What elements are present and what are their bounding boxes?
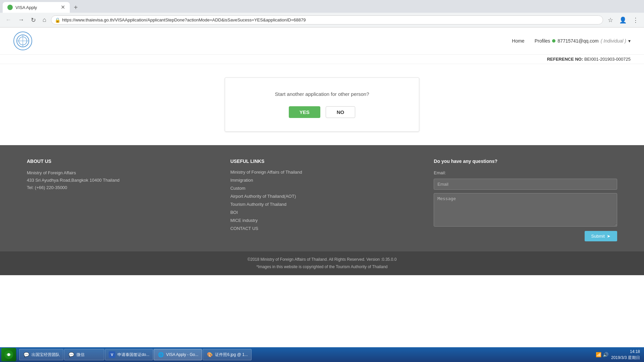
footer-email-label: Email: <box>434 169 617 177</box>
back-button[interactable]: ← <box>3 15 13 25</box>
taskbar-item-label: VISA Apply - Go... <box>166 352 198 357</box>
link-boi[interactable]: BOI <box>230 210 238 215</box>
footer-links-col: USEFUL LINKS Ministry of Foreign Affairs… <box>230 159 414 241</box>
forward-button[interactable]: → <box>16 15 26 25</box>
list-item: Custom <box>230 185 414 191</box>
page-header: Home Profiles 87715741@qq.com ( Individu… <box>0 27 644 55</box>
user-type: ( Individual ) <box>601 38 626 44</box>
menu-button[interactable]: ⋮ <box>631 15 641 25</box>
footer-address-line2: 433 Sri Ayudhya Road,Bangkok 10400 Thail… <box>27 178 119 183</box>
header-nav: Home Profiles 87715741@qq.com ( Individu… <box>512 38 631 44</box>
link-custom[interactable]: Custom <box>230 186 246 191</box>
link-aot[interactable]: Airport Authority of Thailand(AOT) <box>230 194 296 199</box>
list-item: CONTACT US <box>230 226 414 231</box>
profile-chevron[interactable]: ▾ <box>628 38 631 44</box>
bookmark-button[interactable]: ☆ <box>606 15 615 25</box>
footer-message-textarea[interactable] <box>434 193 617 227</box>
home-button[interactable]: ⌂ <box>41 15 48 25</box>
list-item: Airport Authority of Thailand(AOT) <box>230 193 414 199</box>
taskbar-item-icon: 🌐 <box>157 351 164 358</box>
dialog-box: Start another application for other pers… <box>225 77 419 132</box>
new-tab-button[interactable]: + <box>71 3 80 12</box>
footer-links-heading: USEFUL LINKS <box>230 159 414 164</box>
address-bar[interactable]: 🔒 https://www.thaievisa.go.th/VISAApplic… <box>51 15 603 24</box>
main-content: Start another application for other pers… <box>0 64 644 145</box>
send-icon: ➤ <box>607 234 610 239</box>
footer-submit-button[interactable]: Submit ➤ <box>585 231 617 241</box>
taskbar-system-icons: 📶 🔊 <box>596 352 608 357</box>
taskbar-item-photoshop[interactable]: 🎨 证件照6.jpg @ 1... <box>203 349 252 360</box>
taskbar-item-icon: 💬 <box>23 351 30 358</box>
network-icon: 📶 <box>596 352 601 357</box>
reload-button[interactable]: ↻ <box>29 15 38 25</box>
link-immigration[interactable]: Immigration <box>230 178 253 183</box>
list-item: Ministry of Foreign Affairs of Thailand <box>230 169 414 175</box>
taskbar-item-label: 微信 <box>76 352 85 358</box>
home-link[interactable]: Home <box>512 38 524 44</box>
url-text: https://www.thaievisa.go.th/VISAApplicat… <box>62 17 306 22</box>
profiles-label: Profiles <box>535 38 550 44</box>
no-button[interactable]: NO <box>326 106 356 118</box>
svg-point-5 <box>7 353 10 356</box>
reference-value: BEI001-201903-000725 <box>584 57 631 62</box>
dialog-question: Start another application for other pers… <box>245 91 399 97</box>
dialog-buttons: YES NO <box>245 106 399 118</box>
yes-button[interactable]: YES <box>289 106 320 118</box>
link-contact[interactable]: CONTACT US <box>230 226 258 231</box>
footer-copyright: ©2018 Ministry of Foreign Affairs of Tha… <box>5 256 639 263</box>
footer-images-note: *Images in this website is copyrighted o… <box>5 263 639 271</box>
footer: ABOUT US Ministry of Foreign Affairs 433… <box>0 145 644 251</box>
taskbar-item-wechat[interactable]: 💬 微信 <box>64 349 104 360</box>
nav-icons-right: ☆ 👤 ⋮ <box>606 15 641 25</box>
logo-area <box>13 32 32 50</box>
footer-email-input[interactable] <box>434 179 617 190</box>
footer-about-col: ABOUT US Ministry of Foreign Affairs 433… <box>27 159 210 241</box>
taskbar-item-icon: V <box>109 351 115 358</box>
tab-favicon <box>7 5 13 10</box>
lock-icon: 🔒 <box>55 17 60 23</box>
footer-links-list: Ministry of Foreign Affairs of Thailand … <box>230 169 414 231</box>
profile-indicator: Profiles 87715741@qq.com ( Individual ) … <box>535 38 631 44</box>
taskbar-item-label: 申请泰国签证do... <box>117 352 149 358</box>
browser-nav-bar: ← → ↻ ⌂ 🔒 https://www.thaievisa.go.th/VI… <box>0 13 644 27</box>
tab-close-button[interactable]: ✕ <box>61 5 65 10</box>
taskbar: 💬 出国宝经营团队 💬 微信 V 申请泰国签证do... 🌐 VISA Appl… <box>0 347 644 362</box>
list-item: MICE industry <box>230 218 414 223</box>
footer-address-line1: Ministry of Foreign Affairs <box>27 170 76 175</box>
taskbar-right: 📶 🔊 14:18 2019/3/3 星期日 <box>596 349 643 361</box>
taskbar-item-baojingying[interactable]: 💬 出国宝经营团队 <box>19 349 63 360</box>
user-email: 87715741@qq.com <box>557 38 598 44</box>
submit-label: Submit <box>591 234 605 239</box>
taskbar-item-label: 出国宝经营团队 <box>32 352 60 358</box>
reference-bar: REFERENCE NO: BEI001-201903-000725 <box>0 55 644 64</box>
start-button[interactable] <box>1 348 16 361</box>
site-logo <box>13 32 32 50</box>
tab-label: VISA Apply <box>15 5 37 10</box>
taskbar-item-visaapply[interactable]: 🌐 VISA Apply - Go... <box>154 349 202 360</box>
browser-tab[interactable]: VISA Apply ✕ <box>3 2 70 13</box>
list-item: BOI <box>230 209 414 215</box>
taskbar-item-icon: 🎨 <box>206 351 213 358</box>
footer-about-heading: ABOUT US <box>27 159 210 164</box>
reference-label: REFERENCE NO: <box>547 57 583 62</box>
profile-status-dot <box>552 39 555 43</box>
footer-contact-heading: Do you have any questions? <box>434 159 617 164</box>
footer-bottom: ©2018 Ministry of Foreign Affairs of Tha… <box>0 251 644 275</box>
taskbar-clock: 14:18 2019/3/3 星期日 <box>611 349 640 361</box>
link-tat[interactable]: Tourism Authority of Thailand <box>230 202 286 207</box>
clock-time: 14:18 <box>611 349 640 355</box>
profile-button[interactable]: 👤 <box>617 15 629 25</box>
clock-date: 2019/3/3 星期日 <box>611 355 640 361</box>
list-item: Tourism Authority of Thailand <box>230 201 414 207</box>
volume-icon: 🔊 <box>603 352 608 357</box>
link-mice[interactable]: MICE industry <box>230 218 258 223</box>
taskbar-item-icon: 💬 <box>68 351 74 358</box>
taskbar-item-label: 证件照6.jpg @ 1... <box>215 352 248 358</box>
footer-contact-col: Do you have any questions? Email: Submit… <box>434 159 617 241</box>
list-item: Immigration <box>230 177 414 183</box>
taskbar-item-visadoc[interactable]: V 申请泰国签证do... <box>105 349 153 360</box>
footer-address-line3: Tel: (+66) 220-35000 <box>27 185 67 190</box>
taskbar-separator <box>17 350 18 360</box>
link-mfa[interactable]: Ministry of Foreign Affairs of Thailand <box>230 170 302 175</box>
